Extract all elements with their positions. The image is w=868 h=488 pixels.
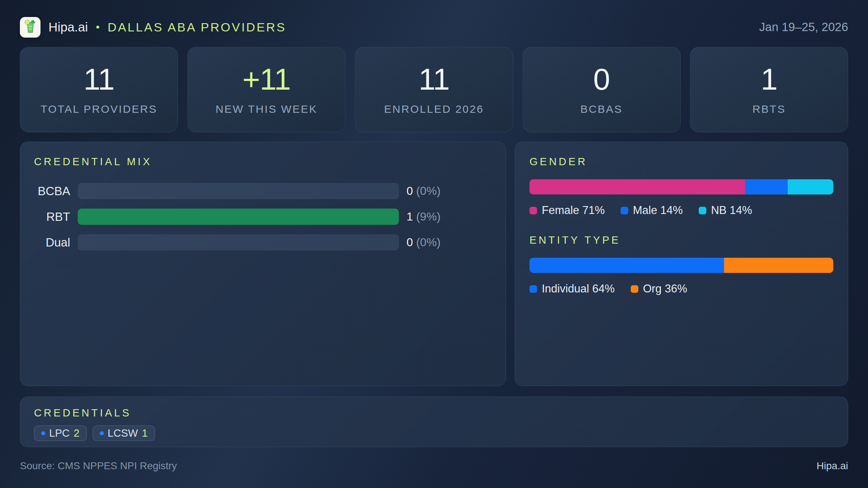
stat-label: ENROLLED 2026 (384, 103, 484, 115)
mojito-glass-icon (22, 18, 38, 36)
demographics-panel: GENDER Female 71% Male 14% NB 14% (515, 142, 848, 386)
gender-segment-female (529, 179, 745, 194)
stat-label: NEW THIS WEEK (216, 103, 318, 115)
stat-card-enrolled: 11 ENROLLED 2026 (355, 47, 513, 132)
logo-badge (20, 17, 41, 38)
chip-count: 2 (73, 427, 79, 439)
source-note: Source: CMS NPPES NPI Registry (20, 460, 177, 472)
chip-lcsw[interactable]: LCSW 1 (93, 425, 155, 441)
legend-item-nb: NB 14% (699, 204, 752, 217)
legend-label: Individual 64% (542, 282, 615, 295)
entity-stacked-bar (529, 258, 833, 273)
legend-label: Female 71% (542, 204, 605, 217)
legend-label: NB 14% (711, 204, 752, 217)
legend-item-male: Male 14% (621, 204, 683, 217)
bar-count: 0 (407, 236, 413, 249)
credential-mix-panel: CREDENTIAL MIX BCBA 0 (0%) RBT (20, 142, 506, 386)
entity-segment-individual (529, 258, 724, 273)
stat-value: 1 (761, 64, 778, 94)
chip-label: LCSW (108, 427, 138, 439)
stat-card-total-providers: 11 TOTAL PROVIDERS (20, 47, 178, 132)
bar-count: 1 (407, 210, 413, 223)
stat-card-bcbas: 0 BCBAS (523, 47, 681, 132)
legend-item-female: Female 71% (529, 204, 605, 217)
gender-title: GENDER (529, 156, 833, 168)
chip-dot-icon (41, 431, 45, 435)
chip-label: LPC (49, 427, 69, 439)
legend-item-individual: Individual 64% (529, 282, 615, 295)
entity-legend: Individual 64% Org 36% (529, 282, 833, 295)
stat-label: BCBAS (580, 103, 623, 115)
gender-segment-nb (788, 179, 833, 194)
chip-count: 1 (142, 427, 148, 439)
credentials-title: CREDENTIALS (34, 407, 834, 419)
individual-swatch-icon (529, 285, 537, 293)
credential-mix-chart: BCBA 0 (0%) RBT 1 (9 (34, 183, 492, 251)
stat-value: +11 (242, 64, 290, 94)
nb-swatch-icon (699, 207, 706, 214)
credential-row-dual: Dual 0 (0%) (34, 234, 492, 251)
legend-label: Org 36% (643, 282, 687, 295)
main-panels: CREDENTIAL MIX BCBA 0 (0%) RBT (20, 142, 848, 386)
gender-stacked-bar (529, 179, 833, 194)
bar-track (78, 209, 399, 225)
bar-value: 0 (0%) (407, 184, 441, 198)
legend-item-org: Org 36% (631, 282, 687, 295)
bar-value: 1 (9%) (407, 210, 441, 223)
bar-fill (78, 209, 399, 225)
male-swatch-icon (621, 207, 628, 214)
entity-type-title: ENTITY TYPE (529, 234, 833, 246)
bar-percent: (9%) (416, 210, 441, 223)
bar-label: RBT (34, 210, 70, 224)
entity-segment-org (724, 258, 833, 273)
bar-label: BCBA (34, 184, 70, 198)
bar-track (78, 234, 399, 251)
footer-brand: Hipa.ai (817, 460, 848, 472)
bar-label: Dual (34, 236, 70, 249)
stat-cards-row: 11 TOTAL PROVIDERS +11 NEW THIS WEEK 11 … (20, 47, 848, 132)
stat-value: 11 (418, 64, 449, 94)
bar-percent: (0%) (416, 236, 441, 249)
brand-name: Hipa.ai (48, 20, 88, 34)
stat-label: RBTS (752, 103, 786, 115)
legend-label: Male 14% (633, 204, 683, 217)
org-swatch-icon (631, 285, 638, 293)
dashboard-page: Hipa.ai • DALLAS ABA PROVIDERS Jan 19–25… (0, 0, 868, 488)
credential-mix-title: CREDENTIAL MIX (34, 156, 492, 168)
stat-value: 0 (593, 64, 610, 94)
gender-segment-male (745, 179, 788, 194)
header: Hipa.ai • DALLAS ABA PROVIDERS Jan 19–25… (20, 17, 848, 38)
credential-chips: LPC 2 LCSW 1 (34, 425, 834, 441)
chip-dot-icon (100, 431, 104, 435)
chip-lpc[interactable]: LPC 2 (34, 425, 87, 441)
footer: Source: CMS NPPES NPI Registry Hipa.ai (20, 460, 848, 472)
bar-value: 0 (0%) (407, 236, 441, 249)
date-range: Jan 19–25, 2026 (759, 20, 848, 34)
female-swatch-icon (529, 207, 537, 214)
dot-separator-icon: • (96, 21, 100, 33)
stat-value: 11 (84, 64, 114, 94)
credential-row-bcba: BCBA 0 (0%) (34, 183, 492, 199)
bar-track (78, 183, 399, 199)
bar-count: 0 (407, 184, 413, 197)
credential-row-rbt: RBT 1 (9%) (34, 209, 492, 225)
stat-card-new-this-week: +11 NEW THIS WEEK (187, 47, 345, 132)
page-title: DALLAS ABA PROVIDERS (107, 20, 286, 34)
gender-legend: Female 71% Male 14% NB 14% (529, 204, 833, 217)
stat-label: TOTAL PROVIDERS (41, 103, 157, 115)
bar-percent: (0%) (416, 184, 441, 197)
credentials-panel: CREDENTIALS LPC 2 LCSW 1 (20, 397, 848, 447)
stat-card-rbts: 1 RBTS (690, 47, 848, 132)
